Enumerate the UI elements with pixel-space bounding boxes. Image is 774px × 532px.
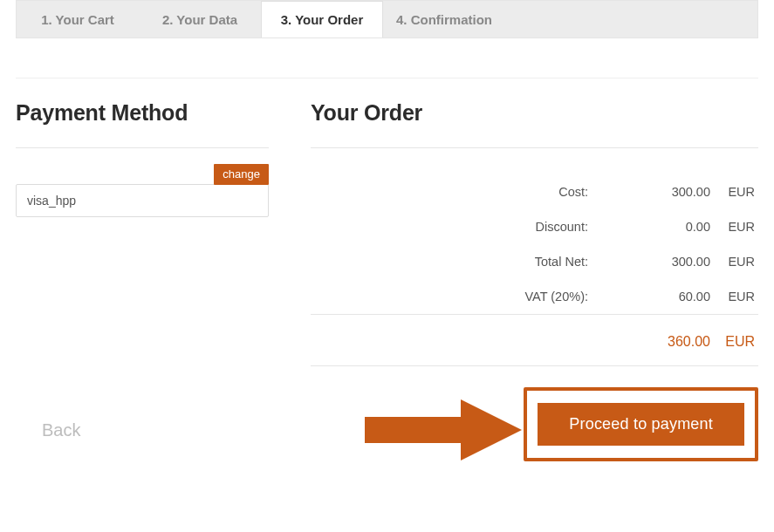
order-label: Discount:	[311, 220, 614, 234]
tab-your-data[interactable]: 2. Your Data	[139, 1, 261, 38]
order-currency: EUR	[710, 185, 758, 199]
payment-method-value: visa_hpp	[16, 184, 269, 217]
order-label: Total Net:	[311, 255, 614, 269]
tab-label: 2. Your Data	[162, 12, 237, 27]
order-table: Cost: 300.00 EUR Discount: 0.00 EUR Tota…	[311, 174, 758, 314]
order-value: 0.00	[614, 220, 710, 234]
order-summary-section: Your Order Cost: 300.00 EUR Discount: 0.…	[311, 100, 758, 366]
order-currency: EUR	[710, 255, 758, 269]
order-currency: EUR	[710, 220, 758, 234]
order-value: 60.00	[614, 290, 710, 304]
actions-row: Back Proceed to payment	[16, 391, 758, 469]
divider	[16, 147, 269, 148]
payment-method-section: Payment Method change visa_hpp	[16, 100, 269, 366]
order-row-vat: VAT (20%): 60.00 EUR	[311, 279, 758, 314]
order-currency: EUR	[710, 290, 758, 304]
tab-label: 1. Your Cart	[41, 12, 114, 27]
change-payment-button[interactable]: change	[214, 164, 269, 185]
payment-method-heading: Payment Method	[16, 100, 269, 126]
divider	[311, 147, 758, 148]
order-total-currency: EUR	[710, 334, 758, 350]
order-total-row: 360.00 EUR	[311, 315, 758, 365]
order-row-totalnet: Total Net: 300.00 EUR	[311, 244, 758, 279]
arrow-right-icon	[365, 399, 522, 460]
svg-marker-0	[365, 399, 522, 460]
order-heading: Your Order	[311, 100, 758, 126]
order-row-discount: Discount: 0.00 EUR	[311, 209, 758, 244]
tab-your-cart[interactable]: 1. Your Cart	[17, 1, 139, 38]
checkout-tabs: 1. Your Cart 2. Your Data 3. Your Order …	[16, 0, 758, 38]
tab-your-order[interactable]: 3. Your Order	[261, 1, 383, 38]
order-total-value: 360.00	[614, 334, 710, 350]
divider	[16, 78, 758, 78]
order-label: Cost:	[311, 185, 614, 199]
proceed-highlight-frame: Proceed to payment	[524, 387, 758, 461]
order-row-cost: Cost: 300.00 EUR	[311, 174, 758, 209]
proceed-to-payment-button[interactable]: Proceed to payment	[538, 403, 744, 446]
tab-confirmation[interactable]: 4. Confirmation	[383, 1, 505, 38]
order-value: 300.00	[614, 255, 710, 269]
tab-label: 3. Your Order	[281, 12, 363, 27]
tab-label: 4. Confirmation	[396, 12, 492, 27]
divider	[311, 365, 758, 366]
order-value: 300.00	[614, 185, 710, 199]
back-link[interactable]: Back	[42, 420, 80, 440]
order-label: VAT (20%):	[311, 290, 614, 304]
